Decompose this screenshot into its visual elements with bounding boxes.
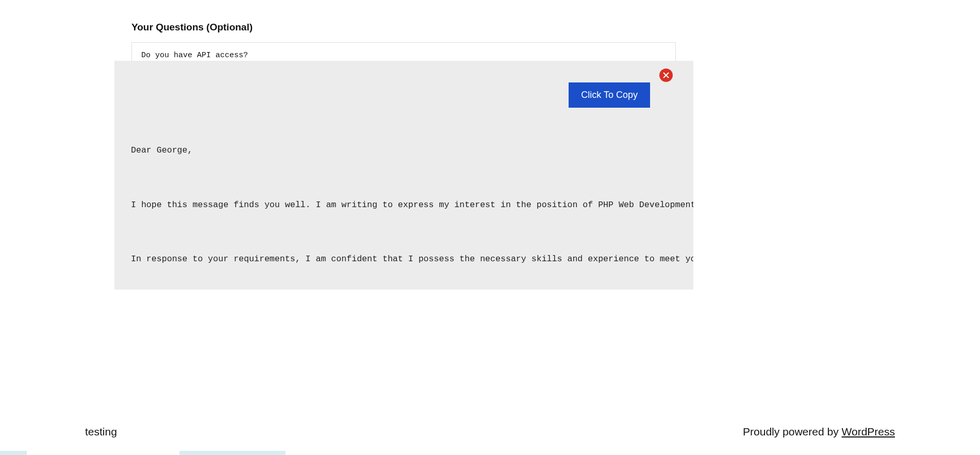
wordpress-link[interactable]: WordPress (842, 426, 895, 437)
letter-greeting: Dear George, (131, 144, 693, 158)
site-title[interactable]: testing (85, 426, 117, 438)
powered-by-prefix: Proudly powered by (743, 426, 841, 437)
questions-field-label: Your Questions (Optional) (131, 22, 849, 33)
generated-letter-modal: Click To Copy Dear George, I hope this m… (114, 61, 693, 290)
letter-paragraph: In response to your requirements, I am c… (131, 252, 693, 266)
bottom-decoration-bar (0, 451, 980, 455)
powered-by: Proudly powered by WordPress (743, 426, 895, 438)
footer: testing Proudly powered by WordPress (0, 426, 980, 438)
letter-paragraph: I hope this message finds you well. I am… (131, 198, 693, 212)
letter-scroll-container[interactable]: Dear George, I hope this message finds y… (114, 61, 693, 290)
letter-body: Dear George, I hope this message finds y… (114, 61, 693, 290)
